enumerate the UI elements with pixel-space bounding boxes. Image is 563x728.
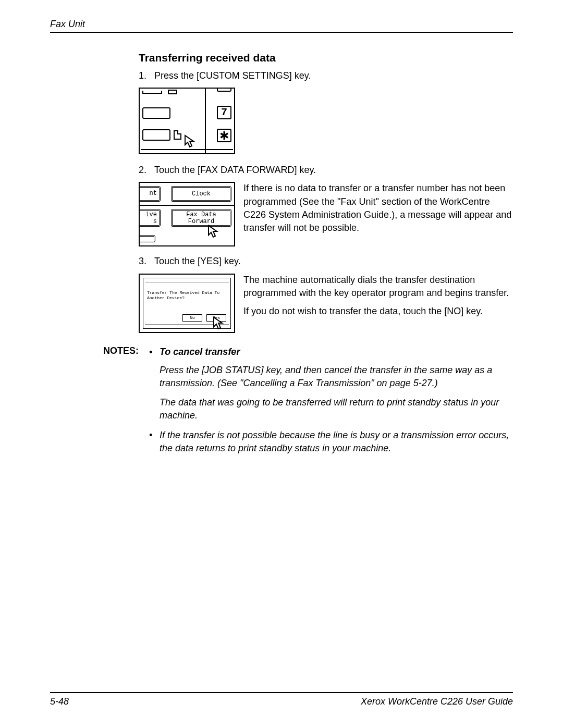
step-2-number: 2. — [139, 164, 154, 177]
key-outline — [142, 91, 162, 94]
step-2-text: Touch the [FAX DATA FORWARD] key. — [154, 164, 513, 177]
document-icon — [174, 130, 181, 140]
touch-button-fragment: ive s — [139, 209, 161, 227]
figure-1-keypad: 7 ✱ — [139, 88, 235, 154]
step-1-text: Press the [CUSTOM SETTINGS] key. — [154, 69, 513, 82]
note-bullet-2: • If the transfer is not possible becaus… — [149, 429, 513, 455]
panel-divider — [205, 89, 206, 153]
panel-line — [140, 205, 235, 206]
notes-body: • To cancel transfer Press the [JOB STAT… — [149, 346, 513, 460]
section-heading: Transferring received data — [139, 52, 513, 64]
note-1-title: To cancel transfer — [160, 346, 240, 359]
pointer-arrow-icon — [207, 225, 220, 238]
panel-line — [141, 149, 233, 150]
touch-button-fragment: nt — [139, 186, 161, 202]
key-outline — [168, 90, 177, 94]
note-1-paragraph-1: Press the [JOB STATUS] key, and then can… — [160, 364, 513, 390]
pointer-arrow-icon — [184, 134, 197, 148]
running-head: Fax Unit — [50, 19, 513, 30]
pointer-arrow-icon — [213, 316, 225, 330]
fax-data-forward-button: Fax Data Forward — [171, 209, 231, 227]
step-3: 3. Touch the [YES] key. — [139, 255, 513, 268]
touch-button-fragment — [139, 235, 155, 242]
step-3-text: Touch the [YES] key. — [154, 255, 513, 268]
step-3-description: The machine automatically dials the tran… — [243, 274, 513, 324]
step-1: 1. Press the [CUSTOM SETTINGS] key. — [139, 69, 513, 82]
content-column: Transferring received data 1. Press the … — [139, 52, 513, 333]
page-number: 5-48 — [50, 696, 69, 707]
notes-label: NOTES: — [102, 346, 149, 460]
bullet-dot: • — [149, 429, 160, 455]
key-outline — [142, 107, 170, 119]
notes-section: NOTES: • To cancel transfer Press the [J… — [102, 346, 513, 460]
no-button: No — [182, 314, 202, 322]
keypad-star: ✱ — [217, 129, 231, 142]
step-1-number: 1. — [139, 69, 154, 82]
dialog-message: Transfer The Received Data To Another De… — [147, 290, 227, 301]
key-outline — [217, 89, 231, 92]
note-bullet-1: • To cancel transfer — [149, 346, 513, 359]
step-2: 2. Touch the [FAX DATA FORWARD] key. — [139, 164, 513, 177]
key-outline — [142, 129, 170, 141]
note-2-text: If the transfer is not possible because … — [160, 429, 513, 455]
figure-3-dialog: Transfer The Received Data To Another De… — [139, 274, 235, 333]
guide-title: Xerox WorkCentre C226 User Guide — [361, 696, 513, 707]
footer: 5-48 Xerox WorkCentre C226 User Guide — [50, 692, 513, 707]
clock-button: Clock — [171, 186, 231, 202]
figure-2-touchpanel: nt Clock ive s Fax Data Forward — [139, 182, 235, 246]
step-3-number: 3. — [139, 255, 154, 268]
bullet-dot: • — [149, 346, 160, 359]
step-3-side-p1: The machine automatically dials the tran… — [243, 274, 513, 300]
bottom-rule — [50, 692, 513, 693]
step-3-side-p2: If you do not wish to transfer the data,… — [243, 305, 513, 318]
top-rule — [50, 32, 513, 33]
dialog-rule — [145, 282, 229, 282]
step-2-side-text: If there is no data to transfer or a tra… — [243, 182, 513, 235]
note-1-paragraph-2: The data that was going to be transferre… — [160, 396, 513, 422]
keypad-7: 7 — [217, 106, 231, 119]
step-2-description: If there is no data to transfer or a tra… — [243, 182, 513, 240]
